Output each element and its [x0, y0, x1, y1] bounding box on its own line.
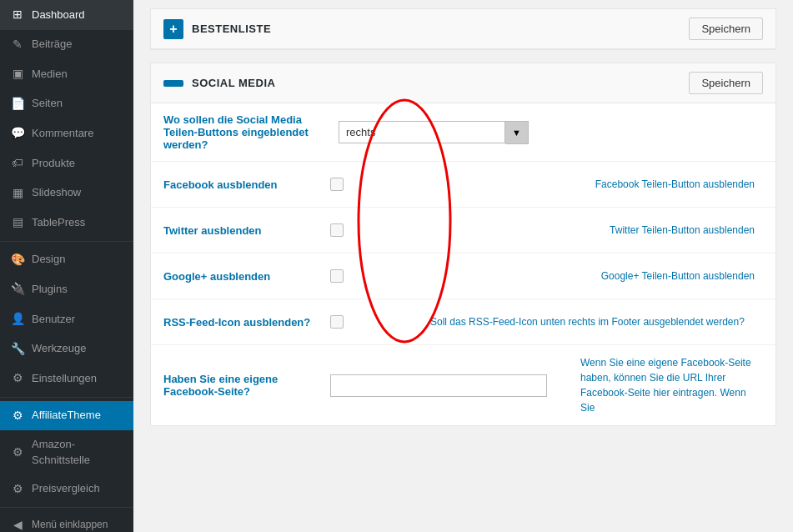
position-select[interactable]: rechts links oben unten	[339, 121, 505, 143]
social-media-title: SOCIAL MEDIA	[192, 77, 275, 89]
sidebar: ⊞ Dashboard ✎ Beiträge ▣ Medien 📄 Seiten…	[0, 0, 133, 532]
amazon-icon: ⚙	[10, 444, 25, 461]
twitter-control	[330, 223, 414, 237]
facebook-control	[330, 178, 414, 191]
sidebar-item-seiten[interactable]: 📄 Seiten	[0, 89, 133, 119]
tablepress-icon: ▤	[10, 214, 25, 231]
social-media-save-button[interactable]: Speichern	[689, 72, 763, 94]
main-content: + BESTENLISTE Speichern SOCIAL MEDIA Spe…	[133, 0, 793, 532]
collapse-icon: ◀	[10, 518, 25, 531]
sidebar-item-medien[interactable]: ▣ Medien	[0, 59, 133, 89]
sidebar-item-slideshow[interactable]: ▦ Slideshow	[0, 178, 133, 208]
plugins-icon: 🔌	[10, 281, 25, 298]
design-icon: 🎨	[10, 252, 25, 269]
einstellungen-icon: ⚙	[10, 370, 25, 387]
social-media-title-area: SOCIAL MEDIA	[163, 77, 275, 89]
rss-checkbox[interactable]	[330, 315, 344, 329]
bestenliste-title-area: + BESTENLISTE	[163, 19, 271, 39]
rss-help: Soll das RSS-Feed-Icon unten rechts im F…	[414, 314, 763, 329]
rss-control	[330, 315, 414, 329]
medien-icon: ▣	[10, 66, 25, 83]
sidebar-item-dashboard[interactable]: ⊞ Dashboard	[0, 0, 133, 30]
bestenliste-header: + BESTENLISTE Speichern	[151, 9, 775, 49]
googleplus-label: Google+ ausblenden	[163, 270, 330, 283]
rss-row: RSS-Feed-Icon ausblenden? Soll das RSS-F…	[151, 299, 775, 345]
bestenliste-section: + BESTENLISTE Speichern	[150, 8, 776, 50]
seiten-icon: 📄	[10, 96, 25, 113]
kommentare-icon: 💬	[10, 125, 25, 142]
facebook-row: Facebook ausblenden Facebook Teilen-Butt…	[151, 162, 775, 208]
sidebar-item-kommentare[interactable]: 💬 Kommentare	[0, 118, 133, 148]
position-control: rechts links oben unten ▼	[339, 121, 539, 144]
preisvergleich-icon: ⚙	[10, 481, 25, 498]
sidebar-item-amazon[interactable]: ⚙ Amazon-Schnittstelle	[0, 430, 133, 474]
werkzeuge-icon: 🔧	[10, 341, 25, 358]
bestenliste-title: BESTENLISTE	[192, 23, 271, 35]
sidebar-item-plugins[interactable]: 🔌 Plugins	[0, 274, 133, 304]
sidebar-collapse-button[interactable]: ◀ Menü einklappen	[0, 511, 133, 532]
facebook-help: Facebook Teilen-Button ausblenden	[414, 178, 763, 190]
facebook-page-row: Haben Sie eine eigene Facebook-Seite? We…	[151, 345, 775, 425]
sidebar-divider-1	[0, 241, 133, 242]
sidebar-item-benutzer[interactable]: 👤 Benutzer	[0, 304, 133, 334]
twitter-help: Twitter Teilen-Button ausblenden	[414, 224, 763, 236]
googleplus-row: Google+ ausblenden Google+ Teilen-Button…	[151, 253, 775, 299]
select-arrow-icon: ▼	[505, 121, 529, 144]
facebook-page-label: Haben Sie eine eigene Facebook-Seite?	[163, 373, 330, 398]
position-select-wrapper: rechts links oben unten ▼	[339, 121, 529, 144]
twitter-checkbox[interactable]	[330, 223, 344, 237]
slideshow-icon: ▦	[10, 185, 25, 202]
facebook-page-control	[330, 374, 564, 397]
twitter-row: Twitter ausblenden Twitter Teilen-Button…	[151, 208, 775, 253]
social-media-section: SOCIAL MEDIA Speichern Wo sollen die Soc…	[150, 63, 776, 426]
dashboard-icon: ⊞	[10, 7, 25, 23]
affiliatetheme-icon: ⚙	[10, 408, 25, 424]
main-inner: + BESTENLISTE Speichern SOCIAL MEDIA Spe…	[150, 8, 776, 426]
bestenliste-icon: +	[163, 19, 183, 39]
facebook-page-input[interactable]	[330, 374, 547, 397]
bestenliste-save-button[interactable]: Speichern	[689, 18, 763, 40]
facebook-label: Facebook ausblenden	[163, 178, 330, 191]
position-label: Wo sollen die Social Media Teilen-Button…	[163, 113, 339, 151]
social-media-header: SOCIAL MEDIA Speichern	[151, 63, 775, 103]
googleplus-checkbox[interactable]	[330, 269, 344, 283]
sidebar-item-einstellungen[interactable]: ⚙ Einstellungen	[0, 364, 133, 394]
social-media-icon	[163, 80, 183, 87]
benutzer-icon: 👤	[10, 311, 25, 328]
sidebar-divider-2	[0, 397, 133, 398]
position-row: Wo sollen die Social Media Teilen-Button…	[151, 103, 775, 162]
sidebar-divider-3	[0, 507, 133, 508]
sidebar-item-werkzeuge[interactable]: 🔧 Werkzeuge	[0, 334, 133, 364]
facebook-checkbox[interactable]	[330, 178, 344, 191]
sidebar-item-tablepress[interactable]: ▤ TablePress	[0, 208, 133, 238]
sidebar-item-preisvergleich[interactable]: ⚙ Preisvergleich	[0, 474, 133, 504]
rss-label: RSS-Feed-Icon ausblenden?	[163, 316, 330, 329]
beitraege-icon: ✎	[10, 37, 25, 53]
googleplus-help: Google+ Teilen-Button ausblenden	[414, 270, 763, 282]
facebook-page-help: Wenn Sie eine eigene Facebook-Seite habe…	[564, 355, 763, 415]
twitter-label: Twitter ausblenden	[163, 224, 330, 237]
produkte-icon: 🏷	[10, 155, 25, 172]
sidebar-item-affiliatetheme[interactable]: ⚙ AffiliateTheme	[0, 401, 133, 431]
sidebar-item-produkte[interactable]: 🏷 Produkte	[0, 148, 133, 178]
sidebar-item-design[interactable]: 🎨 Design	[0, 245, 133, 275]
googleplus-control	[330, 269, 414, 283]
sidebar-item-beitraege[interactable]: ✎ Beiträge	[0, 30, 133, 60]
